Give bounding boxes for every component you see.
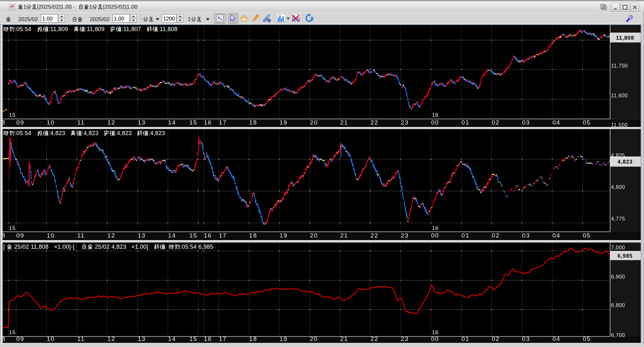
svg-text:1: 1 [188,16,191,22]
svg-text:20: 20 [310,335,318,342]
svg-text:02: 02 [492,335,500,342]
svg-text:16: 16 [204,119,212,126]
svg-text:23: 23 [401,119,409,126]
svg-text:11,500: 11,500 [611,122,628,128]
svg-text::4,823: :4,823 [82,130,99,136]
svg-text::4,823: :4,823 [115,130,132,136]
svg-text:13: 13 [138,232,146,239]
svg-text:23: 23 [401,232,409,239]
svg-text:15: 15 [9,329,16,335]
svg-text:12: 12 [107,335,115,342]
svg-text:2025/02: 2025/02 [18,16,38,22]
svg-text:11: 11 [77,119,85,126]
svg-text::4,823: :4,823 [148,130,165,136]
svg-text:[2025/02]1.00 -: [2025/02]1.00 - [37,4,75,10]
svg-text:[2025/02]1.00: [2025/02]1.00 [103,4,138,10]
svg-text::11,809: :11,809 [49,26,68,32]
svg-text:11,600: 11,600 [611,93,628,98]
svg-text:11,700: 11,700 [611,63,628,69]
svg-text:18: 18 [249,119,257,126]
svg-text::11,807: :11,807 [122,26,141,32]
svg-text:04: 04 [553,119,561,126]
svg-text:22: 22 [370,335,378,342]
svg-text::11,808: :11,808 [158,26,178,32]
svg-text:6,800: 6,800 [611,303,625,308]
svg-text::05:54: :05:54 [15,130,31,136]
svg-text:15: 15 [189,119,197,126]
svg-text:6,900: 6,900 [611,274,625,279]
svg-text:×1.00]: ×1.00] [131,244,148,250]
svg-text:11: 11 [77,335,85,342]
svg-text:23: 23 [401,335,409,342]
svg-text::11,809: :11,809 [85,26,105,32]
svg-text:R: R [310,16,314,21]
svg-text:1.00: 1.00 [114,16,124,21]
svg-text:01: 01 [461,232,469,239]
svg-text:15: 15 [9,112,16,118]
svg-text:14: 14 [168,232,176,239]
svg-text:7,000: 7,000 [611,245,625,250]
svg-text:16: 16 [432,329,439,335]
svg-text:11,808: 11,808 [616,35,634,41]
svg-text:17: 17 [219,232,227,239]
svg-text:1: 1 [89,4,92,10]
svg-text:01: 01 [461,335,469,342]
svg-text:05: 05 [583,232,591,239]
svg-text:25/02 11,808: 25/02 11,808 [12,244,49,250]
svg-text:[: [ [3,244,5,250]
svg-text:00: 00 [431,119,439,126]
svg-text:05: 05 [583,335,591,342]
svg-text:02: 02 [492,119,500,126]
svg-text:11: 11 [77,232,85,239]
svg-text:16: 16 [432,225,439,231]
svg-text:10: 10 [47,335,55,342]
svg-text:14: 14 [168,335,176,342]
svg-text:13: 13 [138,335,146,342]
svg-text:1200: 1200 [163,16,175,21]
svg-text:00: 00 [431,335,439,342]
svg-text:4,800: 4,800 [611,184,625,190]
svg-text:2025/02: 2025/02 [90,16,109,22]
svg-text:22: 22 [370,232,378,239]
svg-text:4,775: 4,775 [611,216,625,222]
svg-text:6,985: 6,985 [617,253,632,259]
svg-text:10: 10 [47,232,55,239]
svg-text:10: 10 [47,119,55,126]
svg-text:17: 17 [219,335,227,342]
svg-text:25/02 4,823: 25/02 4,823 [93,244,126,250]
svg-text:21: 21 [340,335,348,342]
svg-text:4,823: 4,823 [617,159,632,165]
svg-text:09: 09 [16,232,24,239]
svg-text:04: 04 [553,335,561,342]
svg-text:19: 19 [280,232,288,239]
svg-text:12: 12 [107,119,115,126]
svg-text:13: 13 [138,119,146,126]
svg-text:20: 20 [310,119,318,126]
svg-text:19: 19 [280,335,288,342]
svg-text:18: 18 [249,335,257,342]
svg-text:20: 20 [310,232,318,239]
svg-text:15: 15 [9,225,16,231]
svg-text:22: 22 [370,119,378,126]
svg-text:6,700: 6,700 [611,333,625,338]
svg-text:16: 16 [432,112,439,118]
svg-text::05:54 6,985: :05:54 6,985 [180,244,213,250]
svg-text:18: 18 [249,232,257,239]
svg-text:15: 15 [189,232,197,239]
svg-text:16: 16 [204,335,212,342]
svg-text:1.00: 1.00 [42,16,52,21]
svg-text:16: 16 [204,232,212,239]
svg-text:05: 05 [583,119,591,126]
svg-text:04: 04 [553,232,561,239]
svg-text:21: 21 [340,232,348,239]
svg-text:03: 03 [522,335,530,342]
svg-text:09: 09 [16,335,24,342]
svg-text:19: 19 [280,119,288,126]
svg-text:03: 03 [522,232,530,239]
svg-text::4,823: :4,823 [49,130,65,136]
svg-text::05:54: :05:54 [15,26,31,32]
svg-text:21: 21 [340,119,348,126]
svg-text:03: 03 [522,119,530,126]
svg-text:×1.00]-[: ×1.00]-[ [54,244,75,250]
svg-text:01: 01 [461,119,469,126]
